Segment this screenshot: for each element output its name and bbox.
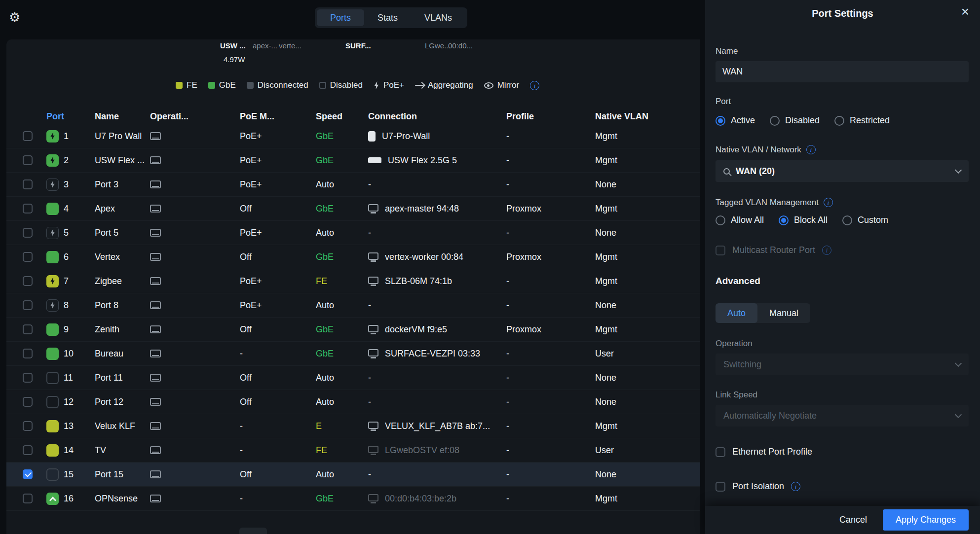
port-name: Vertex xyxy=(95,252,150,262)
legend-item: Aggregating xyxy=(415,80,473,90)
port-name: Port 12 xyxy=(95,397,150,407)
column-header-operation[interactable]: Operati... xyxy=(150,111,240,122)
table-row[interactable]: 2 USW Flex ... PoE+ GbE USW Flex 2.5G 5 … xyxy=(6,148,700,173)
row-checkbox[interactable] xyxy=(23,494,33,503)
column-header-native-vlan[interactable]: Native VLAN xyxy=(595,111,700,122)
port-number: 1 xyxy=(64,131,95,142)
port-speed-value: GbE xyxy=(316,131,368,142)
column-header-poe-mode[interactable]: PoE M... xyxy=(240,111,316,122)
native-vlan-value: Mgmt xyxy=(595,494,700,504)
column-header-connection[interactable]: Connection xyxy=(368,111,506,122)
row-checkbox[interactable] xyxy=(23,373,33,383)
connected-device-name: USW Flex 2.5G 5 xyxy=(388,155,457,166)
port-status-icon xyxy=(46,130,59,142)
port-isolation-checkbox[interactable] xyxy=(716,482,725,492)
port-speed-value: GbE xyxy=(316,349,368,359)
native-vlan-info-icon[interactable] xyxy=(806,145,816,154)
table-row[interactable]: 1 U7 Pro Wall PoE+ GbE U7-Pro-Wall - Mgm… xyxy=(6,124,700,148)
row-checkbox[interactable] xyxy=(23,179,33,189)
row-checkbox[interactable] xyxy=(23,324,33,334)
table-row[interactable]: 8 Port 8 PoE+ Auto - - None xyxy=(6,293,700,318)
row-checkbox[interactable] xyxy=(23,131,33,141)
tab-vlans[interactable]: VLANs xyxy=(411,9,465,26)
row-checkbox[interactable] xyxy=(23,228,33,238)
table-row[interactable]: 5 Port 5 PoE+ Auto - - None xyxy=(6,221,700,245)
table-row[interactable]: 9 Zenith Off GbE dockerVM f9:e5 Proxmox … xyxy=(6,318,700,342)
port-name-input[interactable]: WAN xyxy=(716,61,969,82)
chevron-down-icon xyxy=(955,166,962,173)
apply-changes-button[interactable]: Apply Changes xyxy=(883,509,969,531)
tab-stats[interactable]: Stats xyxy=(364,9,411,26)
table-row[interactable]: 13 Velux KLF - E VELUX_KLF_AB7B ab:7... … xyxy=(6,414,700,438)
connected-device-name: VELUX_KLF_AB7B ab:7... xyxy=(385,421,490,431)
port-profile-value: - xyxy=(506,228,595,238)
poe-mode-value: - xyxy=(240,445,316,456)
native-vlan-select[interactable]: WAN (20) xyxy=(716,160,969,182)
column-header-port[interactable]: Port xyxy=(46,111,95,122)
mode-option-manual[interactable]: Manual xyxy=(757,303,810,323)
close-icon[interactable]: × xyxy=(961,5,969,19)
view-tabs: Ports Stats VLANs xyxy=(315,7,467,28)
ethernet-port-profile-checkbox[interactable] xyxy=(716,447,725,457)
table-row[interactable]: 15 Port 15 Off Auto - - None xyxy=(6,463,700,487)
port-isolation-info-icon[interactable] xyxy=(791,482,800,491)
switching-operation-icon xyxy=(150,495,161,502)
row-checkbox[interactable] xyxy=(23,349,33,358)
native-vlan-value: Mgmt xyxy=(595,421,700,431)
column-header-speed[interactable]: Speed xyxy=(316,111,368,122)
radio-option-allow-all[interactable]: Allow All xyxy=(716,215,764,225)
column-header-name[interactable]: Name xyxy=(95,111,150,122)
radio-option-block-all[interactable]: Block All xyxy=(779,215,828,225)
table-row[interactable]: 12 Port 12 Off Auto - - None xyxy=(6,390,700,414)
row-checkbox[interactable] xyxy=(23,300,33,310)
row-checkbox[interactable] xyxy=(23,397,33,407)
legend-item: Disabled xyxy=(319,80,363,90)
port-status-icon xyxy=(46,372,59,384)
column-header-profile[interactable]: Profile xyxy=(506,111,595,122)
tagged-vlan-info-icon[interactable] xyxy=(824,198,833,207)
multicast-router-port-checkbox[interactable] xyxy=(716,246,725,255)
port-status-icon xyxy=(46,323,59,336)
row-checkbox[interactable] xyxy=(23,469,33,479)
row-checkbox[interactable] xyxy=(23,276,33,286)
port-name: Bureau xyxy=(95,349,150,359)
port-number: 15 xyxy=(64,469,95,480)
table-row[interactable]: 16 OPNsense - GbE 00:d0:b4:03:be:2b - Mg… xyxy=(6,487,700,511)
port-speed-value: Auto xyxy=(316,228,368,238)
radio-option-disabled[interactable]: Disabled xyxy=(770,115,820,126)
table-row[interactable]: 7 Zigbee PoE+ FE SLZB-06M 74:1b - Mgmt xyxy=(6,269,700,293)
radio-dot xyxy=(834,116,844,126)
row-checkbox[interactable] xyxy=(23,252,33,262)
row-checkbox[interactable] xyxy=(23,204,33,214)
cancel-button[interactable]: Cancel xyxy=(839,515,867,525)
tagged-vlan-radio-group: Allow All Block All Custom xyxy=(716,215,969,225)
port-number: 5 xyxy=(64,228,95,238)
switching-operation-icon xyxy=(150,156,161,164)
radio-option-active[interactable]: Active xyxy=(716,115,755,126)
table-row[interactable]: 11 Port 11 Off Auto - - None xyxy=(6,366,700,390)
poe-bolt-icon xyxy=(50,229,56,237)
table-footer-stub[interactable] xyxy=(239,528,267,534)
mode-option-auto[interactable]: Auto xyxy=(716,303,757,323)
table-row[interactable]: 4 Apex Off GbE apex-master 94:48 Proxmox… xyxy=(6,197,700,221)
multicast-info-icon[interactable] xyxy=(822,246,831,255)
row-checkbox[interactable] xyxy=(23,445,33,455)
switching-operation-icon xyxy=(150,446,161,454)
tab-ports[interactable]: Ports xyxy=(317,9,364,26)
panel-title: Port Settings xyxy=(705,8,980,19)
row-checkbox[interactable] xyxy=(23,421,33,431)
row-checkbox[interactable] xyxy=(23,155,33,165)
native-vlan-value: Mgmt xyxy=(595,155,700,166)
radio-option-restricted[interactable]: Restricted xyxy=(834,115,890,126)
radio-option-custom[interactable]: Custom xyxy=(842,215,888,225)
radio-dot xyxy=(716,215,725,225)
port-settings-panel: Port Settings × Name WAN Port Active Dis… xyxy=(705,0,980,534)
table-row[interactable]: 10 Bureau - GbE SURFACE-VEZPI 03:33 - Us… xyxy=(6,342,700,366)
settings-gear-icon[interactable]: ⚙ xyxy=(9,10,20,25)
table-row[interactable]: 14 TV - FE LGwebOSTV ef:08 - User xyxy=(6,438,700,463)
table-row[interactable]: 6 Vertex Off GbE vertex-worker 00:84 Pro… xyxy=(6,245,700,269)
gbe-square-icon xyxy=(208,82,215,89)
legend-item: GbE xyxy=(208,80,236,90)
legend-info-icon[interactable] xyxy=(530,81,539,90)
table-row[interactable]: 3 Port 3 PoE+ Auto - - None xyxy=(6,173,700,197)
